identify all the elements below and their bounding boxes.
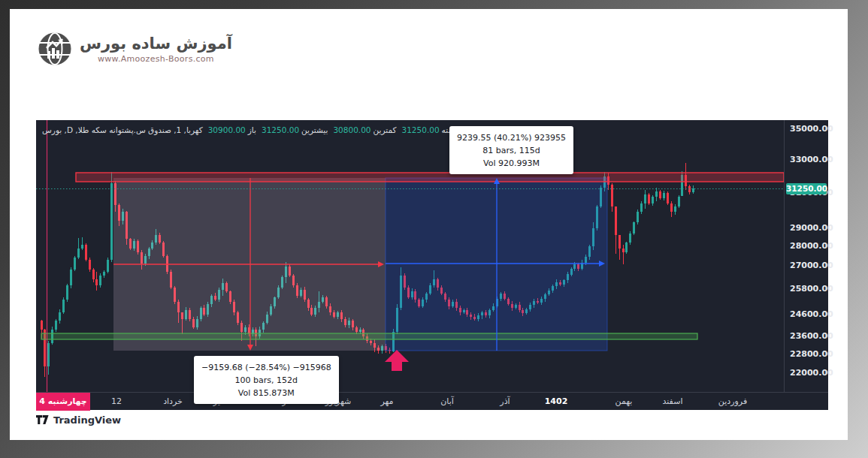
price-tick: 28000.00 bbox=[790, 242, 833, 251]
price-tick: 33000.00 bbox=[790, 155, 833, 164]
chart-panel: کهربا, 1, صندوق س.پشتوانه سکه طلا, D, بو… bbox=[36, 120, 828, 410]
price-tick: 22000.00 bbox=[790, 369, 833, 378]
site-url: www.Amoozesh-Boors.com bbox=[98, 54, 214, 64]
measure-up-line2: 81 bars, 115d bbox=[457, 144, 566, 157]
measure-down-line3: Vol 815.873M bbox=[201, 387, 331, 399]
measure-up-line3: Vol 920.993M bbox=[457, 157, 566, 170]
price-tick: 22800.00 bbox=[790, 350, 833, 359]
ohlc-pair: باز30900.00 bbox=[208, 125, 256, 134]
price-tick: 25800.00 bbox=[790, 285, 833, 294]
price-axis[interactable]: 22000.0022800.0023600.0024600.0025800.00… bbox=[784, 120, 829, 392]
ohlc-pair: کمترین30800.00 bbox=[333, 125, 396, 134]
time-axis[interactable]: چهارشنبه 4 12خردادتیرمردادشهریورمهرآبانآ… bbox=[36, 392, 828, 411]
symbol-title: کهربا, 1, صندوق س.پشتوانه سکه طلا, D, بو… bbox=[42, 125, 203, 134]
last-price-label: 31250.00 bbox=[786, 183, 827, 194]
time-tick: 1402 bbox=[545, 393, 568, 411]
measure-down-line1: −9159.68 (−28.54%) −915968 bbox=[201, 361, 331, 374]
measure-up-tooltip: 9239.55 (40.21%) 923955 81 bars, 115d Vo… bbox=[449, 126, 573, 174]
measure-up-line1: 9239.55 (40.21%) 923955 bbox=[457, 131, 566, 144]
price-tick: 23600.00 bbox=[790, 332, 833, 341]
time-tick: آذر bbox=[500, 393, 510, 411]
site-logo: آموزش ساده بورس www.Amoozesh-Boors.com bbox=[38, 32, 232, 66]
price-tick: 24600.00 bbox=[790, 310, 833, 319]
time-tick: اسفند bbox=[663, 393, 683, 411]
globe-chart-icon bbox=[38, 32, 72, 66]
time-tick: خرداد bbox=[163, 393, 183, 411]
measure-down-tooltip: −9159.68 (−28.54%) −915968 100 bars, 152… bbox=[194, 356, 339, 404]
time-tick: بهمن bbox=[615, 393, 633, 411]
ohlc-pair: بیشترین31250.00 bbox=[262, 125, 328, 134]
crosshair-date-label: چهارشنبه 4 bbox=[36, 393, 90, 411]
screenshot-frame: آموزش ساده بورس www.Amoozesh-Boors.com ک… bbox=[0, 0, 868, 458]
page-background: آموزش ساده بورس www.Amoozesh-Boors.com ک… bbox=[10, 9, 848, 440]
ohlc-values: باز30900.00بیشترین31250.00کمترین30800.00… bbox=[208, 125, 458, 134]
price-tick: 27000.00 bbox=[790, 261, 833, 270]
time-tick: مهر bbox=[380, 393, 393, 411]
pink-up-arrow bbox=[385, 350, 409, 371]
tradingview-label: TradingView bbox=[53, 414, 121, 426]
time-tick: فروردین bbox=[718, 393, 747, 411]
candlestick-chart[interactable] bbox=[36, 120, 784, 392]
tradingview-icon bbox=[36, 414, 49, 426]
site-title: آموزش ساده بورس bbox=[80, 35, 232, 53]
price-tick: 35000.00 bbox=[790, 125, 833, 134]
price-tick: 29000.00 bbox=[790, 224, 833, 233]
measure-down-line2: 100 bars, 152d bbox=[201, 374, 331, 387]
time-tick: آبان bbox=[440, 393, 454, 411]
time-tick: 12 bbox=[111, 393, 122, 411]
tradingview-attribution[interactable]: TradingView bbox=[36, 414, 121, 426]
